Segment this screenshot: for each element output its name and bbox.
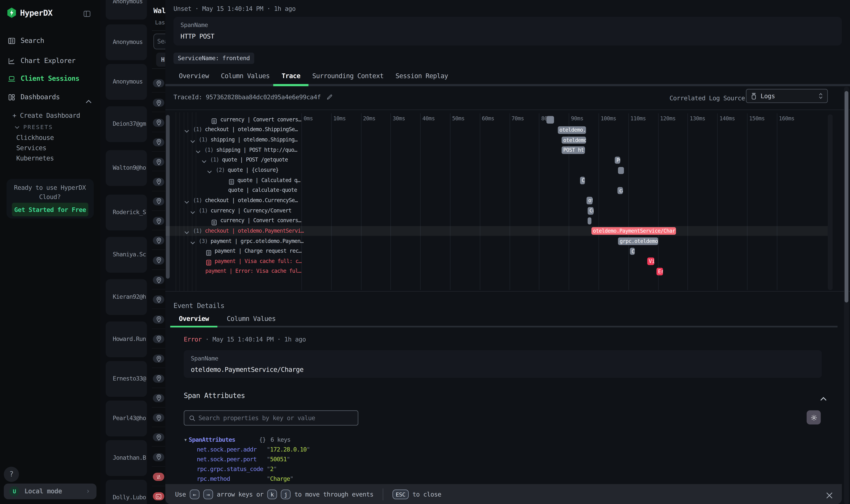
settings-gear-button[interactable] [807, 410, 821, 425]
trace-span-row[interactable]: (1)checkout | oteldemo.CurrencySe…otelde… [165, 196, 828, 206]
session-card[interactable]: Ernesto33@ [106, 361, 147, 397]
create-dashboard-button[interactable]: + Create Dashboard [12, 112, 80, 119]
span-label[interactable]: checkout | oteldemo.ShippingSe… [205, 125, 298, 135]
sidebar-item-client-sessions[interactable]: Client Sessions [0, 72, 100, 85]
trace-span-row[interactable]: (1)currency | Currency/ConvertCurrency/C… [165, 206, 828, 216]
session-card[interactable]: Dolly.Lubo [106, 480, 147, 504]
expand-caret-icon[interactable] [201, 156, 206, 166]
collapse-caret-icon[interactable]: ▾ [184, 436, 187, 443]
session-card[interactable]: Shaniya.Sc [106, 237, 147, 273]
session-event-icon-button[interactable] [153, 197, 164, 205]
tab-surrounding-context[interactable]: Surrounding Context [312, 72, 384, 80]
session-event-icon-button[interactable] [153, 217, 164, 225]
session-card[interactable]: Anonymous [106, 64, 147, 100]
sidebar-item-chart-explorer[interactable]: Chart Explorer [0, 54, 100, 67]
expand-caret-icon[interactable] [184, 196, 189, 206]
local-mode-menu[interactable]: U Local mode › [4, 484, 97, 499]
session-event-icon-button[interactable] [153, 453, 164, 461]
span-duration-bar[interactable]: Charge request received. [630, 248, 635, 255]
session-event-icon-button[interactable] [153, 119, 164, 127]
session-events-search-input[interactable]: Sea [153, 34, 165, 49]
session-card[interactable]: Walton9@ho [106, 150, 147, 186]
span-label[interactable]: currency | Convert convers… [220, 216, 301, 226]
span-label[interactable]: quote | Calculated q… [237, 176, 300, 185]
get-started-button[interactable]: Get Started for Free [12, 203, 88, 216]
trace-span-row[interactable]: (1)shipping | POST http://quo…POST http:… [165, 145, 828, 155]
service-name-badge[interactable]: ServiceName: frontend [174, 53, 254, 64]
expand-caret-icon[interactable] [190, 237, 195, 247]
trace-span-row[interactable]: (1)shipping | oteldemo.Shipping…oteldemo… [165, 135, 828, 145]
tab-trace[interactable]: Trace [282, 72, 301, 80]
span-duration-bar[interactable]: calculate-quote [617, 187, 623, 194]
session-card[interactable]: Anonymous [106, 0, 147, 20]
session-card[interactable]: Anonymous [106, 24, 147, 60]
session-event-icon-button[interactable] [153, 256, 164, 264]
span-label[interactable]: checkout | oteldemo.CurrencySe… [205, 196, 298, 206]
span-label[interactable]: currency | Convert convers… [220, 115, 301, 125]
trace-span-row[interactable]: currency | Convert convers… [165, 115, 828, 125]
span-label[interactable]: shipping | oteldemo.Shipping… [211, 135, 297, 145]
expand-caret-icon[interactable] [196, 146, 201, 156]
help-button[interactable]: ? [4, 467, 19, 482]
session-event-icon-button[interactable] [153, 178, 164, 186]
session-event-icon-button[interactable] [153, 236, 164, 245]
session-event-icon-button[interactable] [153, 414, 164, 422]
sidebar-item-dashboards[interactable]: Dashboards [0, 91, 100, 104]
span-label[interactable]: payment | Error: Visa cache ful… [205, 267, 301, 276]
collapse-sidebar-icon[interactable] [83, 10, 91, 20]
drawer-scrollbar-thumb[interactable] [845, 91, 848, 302]
trace-span-row[interactable]: (3)payment | grpc.oteldemo.Paymen…grpc.o… [165, 236, 828, 246]
session-card[interactable]: Kieran92@h [106, 279, 147, 315]
span-duration-bar[interactable]: Calculated quote [580, 177, 585, 184]
trace-span-row[interactable]: payment | Visa cache full: c…Visa cache … [165, 256, 828, 267]
span-label[interactable]: currency | Currency/Convert [211, 206, 291, 216]
session-event-icon-button[interactable] [153, 433, 164, 442]
session-card[interactable]: Howard.Run [106, 321, 147, 357]
edit-pencil-icon[interactable] [326, 94, 332, 100]
session-event-icon-button[interactable] [153, 138, 164, 146]
session-event-icon-button[interactable] [153, 295, 164, 304]
span-duration-bar[interactable]: oteldemo.PaymentService/Char [591, 228, 676, 235]
session-card[interactable]: Deion37@gm [106, 106, 147, 142]
sidebar-item-search[interactable]: Search [0, 34, 100, 47]
session-event-icon-button[interactable] [153, 315, 164, 324]
attributes-root-key[interactable]: SpanAttributes [189, 436, 235, 443]
span-label[interactable]: payment | grpc.oteldemo.Paymen… [211, 236, 304, 246]
span-label[interactable]: checkout | oteldemo.PaymentServi… [205, 226, 304, 236]
expand-caret-icon[interactable] [190, 206, 195, 216]
span-label[interactable]: quote | {closure} [228, 165, 279, 176]
span-attributes-search-input[interactable] [198, 411, 356, 425]
tab-column-values[interactable]: Column Values [221, 72, 270, 80]
tab-overview[interactable]: Overview [179, 72, 209, 80]
collapse-section-chevron-icon[interactable] [820, 393, 827, 403]
expand-caret-icon[interactable] [190, 136, 195, 146]
span-duration-bar[interactable] [618, 167, 624, 174]
span-duration-bar[interactable]: grpc.oteldemo.PaymentServ [618, 237, 658, 245]
trace-span-row[interactable]: quote | calculate-quotecalculate-quote [165, 185, 828, 196]
highlighted-filter-button[interactable]: H [156, 53, 165, 67]
span-duration-bar[interactable]: Currency/Convert [588, 207, 594, 215]
span-duration-bar[interactable]: Error: Visa cache full [656, 268, 663, 275]
span-label[interactable]: quote | POST /getquote [222, 155, 288, 165]
session-card[interactable]: Roderick_S [106, 195, 147, 230]
attribute-key[interactable]: net.sock.peer.addr [197, 445, 256, 455]
chevron-up-icon[interactable] [86, 95, 92, 108]
trace-span-row[interactable]: quote | Calculated q…Calculated quote [165, 176, 828, 185]
sidebar-item-services[interactable]: Services [16, 144, 46, 152]
span-duration-bar[interactable]: oteldemo.ShippingService [558, 126, 586, 133]
trace-span-row[interactable]: (1)quote | POST /getquotePOST /getquote [165, 155, 828, 165]
tab-overview[interactable]: Overview [179, 315, 209, 323]
expand-caret-icon[interactable] [184, 227, 189, 237]
span-label[interactable]: shipping | POST http://quo… [216, 145, 297, 155]
session-event-icon-button[interactable] [153, 492, 164, 501]
span-duration-bar[interactable] [588, 217, 592, 224]
tab-column-values[interactable]: Column Values [227, 315, 276, 323]
tab-session-replay[interactable]: Session Replay [396, 72, 448, 80]
session-event-icon-button[interactable] [153, 276, 164, 284]
sidebar-item-kubernetes[interactable]: Kubernetes [16, 155, 54, 162]
log-source-select[interactable]: Logs [746, 89, 828, 103]
session-event-icon-button[interactable] [153, 158, 164, 166]
trace-span-row[interactable]: (1)checkout | oteldemo.PaymentServi…otel… [165, 226, 828, 236]
attribute-key[interactable]: net.sock.peer.port [197, 455, 256, 465]
trace-span-row[interactable]: (2)quote | {closure} [165, 165, 828, 176]
